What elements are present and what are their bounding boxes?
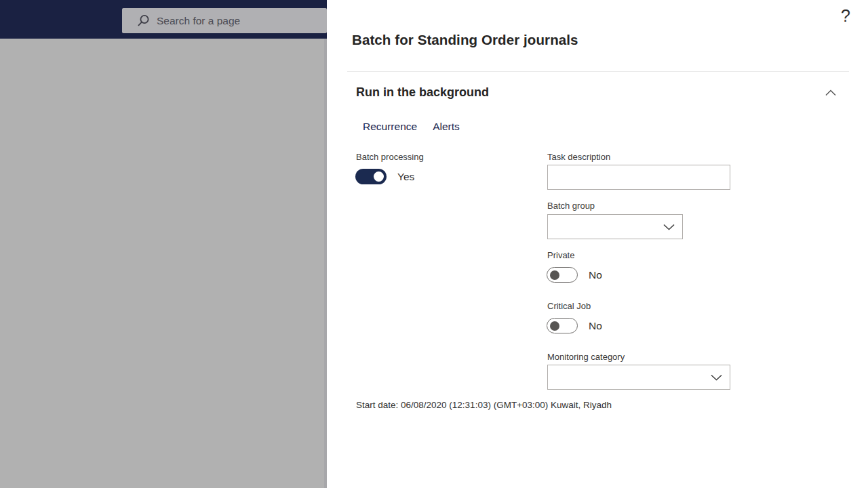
title-divider bbox=[347, 71, 849, 72]
critical-job-value: No bbox=[589, 320, 602, 332]
monitoring-category-label: Monitoring category bbox=[547, 352, 625, 362]
section-header-run-in-background: Run in the background bbox=[356, 85, 839, 100]
section-collapse-button[interactable] bbox=[823, 86, 839, 100]
critical-job-field: No bbox=[547, 318, 602, 333]
chevron-down-icon bbox=[710, 373, 723, 381]
dialog-title: Batch for Standing Order journals bbox=[352, 32, 578, 48]
private-label: Private bbox=[547, 250, 574, 260]
app-header-dimmed: Search for a page bbox=[0, 0, 327, 39]
critical-job-toggle[interactable] bbox=[547, 318, 578, 333]
batch-processing-field: Yes bbox=[355, 169, 414, 184]
search-icon bbox=[136, 14, 151, 28]
start-date-text: Start date: 06/08/2020 (12:31:03) (GMT+0… bbox=[356, 400, 612, 410]
batch-processing-toggle[interactable] bbox=[355, 169, 387, 184]
private-toggle[interactable] bbox=[547, 267, 578, 283]
batch-processing-label: Batch processing bbox=[356, 152, 424, 162]
critical-job-label: Critical Job bbox=[547, 301, 591, 311]
batch-group-label: Batch group bbox=[547, 201, 595, 211]
private-value: No bbox=[589, 269, 602, 281]
search-placeholder: Search for a page bbox=[157, 15, 240, 27]
chevron-up-icon bbox=[825, 89, 837, 97]
task-description-input[interactable] bbox=[547, 165, 730, 190]
modal-overlay[interactable] bbox=[0, 39, 327, 488]
toggle-knob bbox=[550, 270, 559, 280]
batch-processing-value: Yes bbox=[397, 171, 414, 183]
batch-dialog-panel: ? Batch for Standing Order journals Run … bbox=[327, 0, 868, 488]
help-button[interactable]: ? bbox=[835, 4, 856, 27]
section-title: Run in the background bbox=[356, 85, 489, 100]
batch-group-dropdown[interactable] bbox=[547, 214, 683, 239]
private-field: No bbox=[547, 267, 602, 283]
toggle-knob bbox=[550, 321, 559, 331]
tab-alerts[interactable]: Alerts bbox=[433, 121, 460, 133]
task-description-label: Task description bbox=[547, 152, 610, 162]
tab-recurrence[interactable]: Recurrence bbox=[363, 121, 417, 133]
toggle-knob bbox=[374, 171, 384, 182]
tab-bar: Recurrence Alerts bbox=[363, 121, 460, 133]
monitoring-category-dropdown[interactable] bbox=[547, 365, 730, 390]
chevron-down-icon bbox=[663, 223, 675, 230]
search-input[interactable]: Search for a page bbox=[122, 8, 327, 33]
